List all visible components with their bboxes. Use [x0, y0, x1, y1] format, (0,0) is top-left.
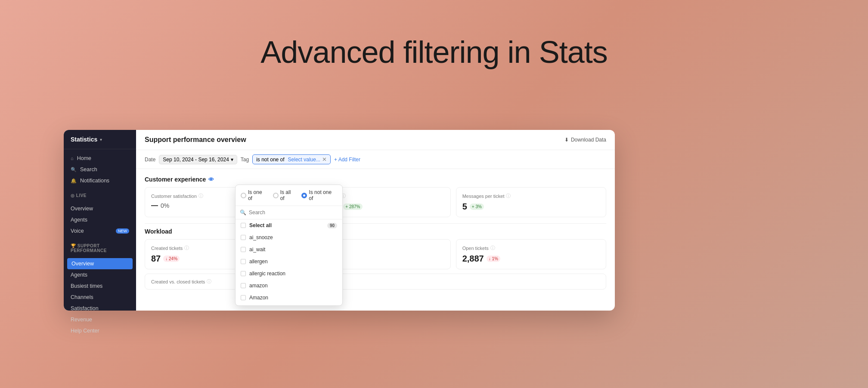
- radio-options: Is one of Is all of Is not one of: [236, 185, 342, 206]
- sidebar-item-agents-live[interactable]: Agents: [64, 214, 136, 225]
- section-customer-experience: Customer experience 👁: [145, 176, 606, 183]
- close-icon[interactable]: ✕: [322, 156, 327, 163]
- checkbox-amazon[interactable]: [241, 283, 246, 288]
- chevron-down-icon: ▾: [100, 137, 102, 142]
- dropdown-search-input[interactable]: [249, 209, 338, 216]
- search-icon: 🔍: [71, 167, 77, 172]
- checkbox-amazon-cap[interactable]: [241, 295, 246, 300]
- sidebar-item-revenue[interactable]: Revenue: [64, 314, 136, 325]
- info-icon-created: ⓘ: [184, 245, 189, 251]
- main-content: Support performance overview ⬇ Download …: [136, 130, 615, 311]
- radio-is-all-of[interactable]: Is all of: [273, 189, 297, 201]
- checkbox-allergic-reaction[interactable]: [241, 271, 246, 276]
- item-label-amazon-cap: Amazon: [249, 295, 268, 301]
- sidebar-label-home: Home: [77, 155, 91, 161]
- sidebar: Statistics ▾ ⌂ Home 🔍 Search 🔔 Notificat…: [64, 130, 136, 311]
- item-label-ai-snooze: ai_snooze: [249, 234, 273, 240]
- select-all-label: Select all: [249, 222, 272, 228]
- filter-bar: Date Sep 10, 2024 - Sep 16, 2024 ▾ Tag i…: [136, 150, 615, 169]
- section-title-text-cx: Customer experience: [145, 176, 206, 183]
- sidebar-label-helpcenter: Help Center: [71, 328, 99, 334]
- radio-is-one-of[interactable]: Is one of: [241, 189, 268, 201]
- date-filter-label: Date: [145, 157, 155, 163]
- info-icon-satisfaction: ⓘ: [198, 193, 203, 199]
- checkbox-allergen[interactable]: [241, 259, 246, 264]
- dropdown-item-ai-snooze[interactable]: ai_snooze: [236, 231, 342, 243]
- dropdown-item-allergic-reaction[interactable]: allergic reaction: [236, 268, 342, 280]
- label-open-tickets: Open tickets ⓘ: [462, 245, 600, 251]
- radio-circle-is-one-of: [241, 193, 246, 198]
- sidebar-item-overview[interactable]: Overview: [67, 258, 133, 269]
- sidebar-item-notifications[interactable]: 🔔 Notifications: [64, 175, 136, 186]
- checkbox-select-all[interactable]: [241, 223, 246, 228]
- download-button[interactable]: ⬇ Download Data: [564, 137, 606, 143]
- sidebar-item-voice[interactable]: Voice NEW: [64, 225, 136, 237]
- sidebar-label-satisfaction: Satisfaction: [71, 305, 99, 311]
- checkbox-ai-snooze[interactable]: [241, 235, 246, 240]
- download-label: Download Data: [571, 137, 606, 143]
- card-messages-per-ticket: Messages per ticket ⓘ 5 + 3%: [456, 187, 606, 217]
- sidebar-label-revenue: Revenue: [71, 317, 92, 323]
- label-messages-per-ticket: Messages per ticket ⓘ: [462, 193, 600, 199]
- value-messages-per-ticket: 5 + 3%: [462, 202, 600, 212]
- dropdown-item-select-all[interactable]: Select all 90: [236, 219, 342, 231]
- value-open-tickets: 2,887 ↓ 1%: [462, 254, 600, 264]
- radio-is-not-one-of[interactable]: Is not one of: [301, 189, 337, 201]
- badge-messages-change: + 3%: [470, 203, 484, 210]
- eye-icon[interactable]: 👁: [208, 176, 214, 183]
- item-label-allergen: allergen: [249, 259, 268, 265]
- info-icon-open: ⓘ: [490, 245, 495, 251]
- created-vs-closed-card: Created vs. closed tickets ⓘ: [145, 274, 606, 289]
- filter-dropdown: Is one of Is all of Is not one of 🔍: [235, 185, 343, 306]
- sidebar-label-agents: Agents: [71, 272, 87, 278]
- item-label-allergic-reaction: allergic reaction: [249, 271, 285, 277]
- sidebar-label-notifications: Notifications: [80, 178, 109, 184]
- add-filter-button[interactable]: + Add Filter: [334, 157, 360, 163]
- dropdown-item-amazon[interactable]: amazon: [236, 280, 342, 292]
- sidebar-main-nav: ⌂ Home 🔍 Search 🔔 Notifications: [64, 149, 136, 190]
- badge-resolution-change: + 287%: [343, 203, 362, 210]
- sidebar-item-overview-live[interactable]: Overview: [64, 203, 136, 214]
- sidebar-section-live-label: ◎ LIVE: [64, 190, 136, 200]
- new-badge: NEW: [116, 228, 129, 234]
- dropdown-item-ai-wait[interactable]: ai_wait: [236, 243, 342, 256]
- badge-open-change: ↓ 1%: [487, 256, 500, 262]
- item-label-ai-wait: ai_wait: [249, 246, 265, 253]
- dropdown-item-amazon-cap[interactable]: Amazon: [236, 292, 342, 304]
- app-window: Statistics ▾ ⌂ Home 🔍 Search 🔔 Notificat…: [64, 130, 615, 311]
- tag-filter-text: is not one of: [256, 157, 284, 163]
- sidebar-label-agents-live: Agents: [71, 217, 87, 223]
- sidebar-item-helpcenter[interactable]: Help Center: [64, 325, 136, 336]
- created-vs-closed-label: Created vs. closed tickets ⓘ: [151, 278, 600, 285]
- dropdown-item-allergen[interactable]: allergen: [236, 256, 342, 268]
- add-filter-label: + Add Filter: [334, 157, 360, 163]
- info-icon-messages: ⓘ: [506, 193, 511, 199]
- item-label-amazon: amazon: [249, 283, 268, 289]
- chevron-icon: ▾: [231, 157, 233, 163]
- checkbox-ai-wait[interactable]: [241, 247, 246, 252]
- page-title: Support performance overview: [145, 136, 246, 144]
- sidebar-item-channels[interactable]: Channels: [64, 292, 136, 303]
- sidebar-item-busiest[interactable]: Busiest times: [64, 280, 136, 292]
- tag-filter-pill[interactable]: is not one of Select value... ✕: [252, 154, 331, 164]
- dropdown-item-amazon-us[interactable]: amazon-us: [236, 304, 342, 305]
- sidebar-item-search[interactable]: 🔍 Search: [64, 164, 136, 175]
- bell-icon: 🔔: [71, 178, 77, 184]
- trophy-icon: 🏆: [71, 243, 78, 248]
- sidebar-section-support-label: 🏆 SUPPORT PERFORMANCE: [64, 240, 136, 255]
- main-header: Support performance overview ⬇ Download …: [136, 130, 615, 150]
- sidebar-label-overview: Overview: [71, 261, 94, 267]
- date-filter-pill[interactable]: Sep 10, 2024 - Sep 16, 2024 ▾: [159, 155, 237, 164]
- sidebar-item-home[interactable]: ⌂ Home: [64, 153, 136, 164]
- badge-created-change: ↓ 24%: [163, 256, 180, 262]
- sidebar-live-nav: Overview Agents Voice NEW: [64, 200, 136, 240]
- sidebar-item-agents[interactable]: Agents: [64, 269, 136, 280]
- sidebar-header[interactable]: Statistics ▾: [64, 130, 136, 149]
- sidebar-support-nav: Overview Agents Busiest times Channels S…: [64, 255, 136, 340]
- sidebar-label-channels: Channels: [71, 294, 93, 300]
- card-open-tickets: Open tickets ⓘ 2,887 ↓ 1%: [456, 239, 606, 269]
- date-filter-value: Sep 10, 2024 - Sep 16, 2024: [163, 157, 229, 163]
- home-icon: ⌂: [71, 156, 74, 161]
- sidebar-item-satisfaction[interactable]: Satisfaction: [64, 303, 136, 314]
- sidebar-label-voice: Voice: [71, 228, 84, 234]
